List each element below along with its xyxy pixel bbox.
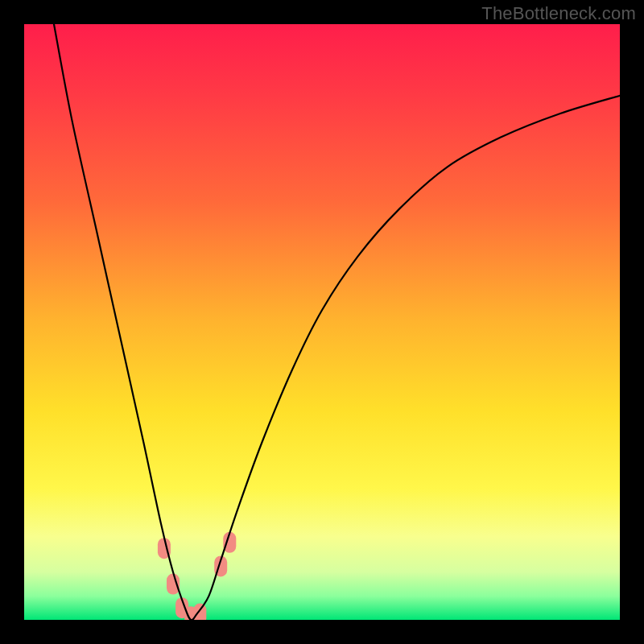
attribution-text: TheBottleneck.com: [481, 3, 636, 24]
bottleneck-chart: [24, 24, 620, 620]
gradient-background: [24, 24, 620, 620]
chart-frame: TheBottleneck.com: [0, 0, 644, 644]
plot-area: [24, 24, 620, 620]
